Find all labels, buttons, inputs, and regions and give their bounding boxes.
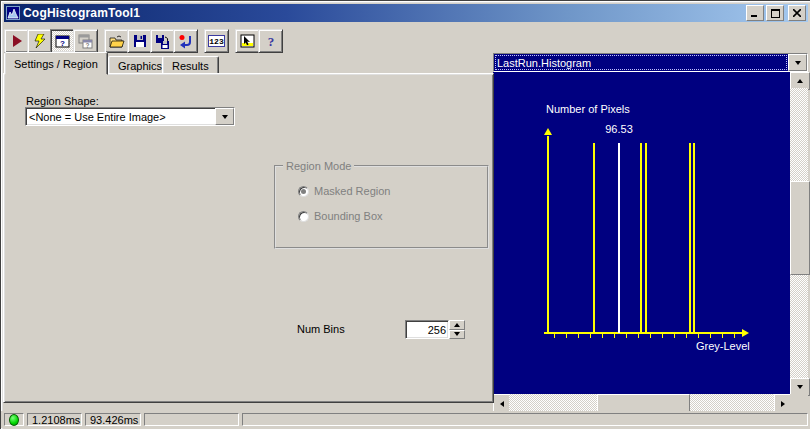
- x-axis-tick: [710, 334, 711, 338]
- scrollbar-corner: [790, 394, 808, 411]
- y-axis: [547, 136, 549, 334]
- tab-results[interactable]: Results: [162, 56, 219, 74]
- numeric-display-button[interactable]: 123: [204, 29, 229, 53]
- x-axis-tick: [662, 334, 663, 338]
- x-axis-tick: [686, 334, 687, 338]
- floating-tool-display-button[interactable]: ?: [73, 29, 98, 53]
- x-axis-tick: [650, 334, 651, 338]
- tab-settings-region[interactable]: Settings / Region: [4, 52, 108, 75]
- tab-label: Graphics: [118, 60, 162, 72]
- histogram-display: Number of Pixels Grey-Level 96.53: [493, 72, 808, 411]
- radio-button-icon: [298, 211, 309, 222]
- spin-up-button[interactable]: [449, 320, 465, 330]
- chevron-down-icon: [454, 332, 460, 336]
- result-selector-dropdown-button[interactable]: [788, 54, 807, 71]
- num-bins-spinner: [449, 320, 465, 339]
- close-button[interactable]: [788, 5, 806, 21]
- x-axis-tick: [722, 334, 723, 338]
- reset-button[interactable]: [173, 29, 198, 53]
- x-axis-tick: [554, 334, 555, 338]
- minimize-button[interactable]: [746, 5, 764, 21]
- help-button[interactable]: ?: [258, 29, 283, 53]
- x-axis-tick: [674, 334, 675, 338]
- minimize-icon: [751, 9, 759, 17]
- status-bar: 1.2108ms 93.426ms: [1, 411, 810, 428]
- save-as-button[interactable]: [150, 29, 175, 53]
- horizontal-scrollbar[interactable]: [493, 394, 790, 411]
- x-axis-tick: [614, 334, 615, 338]
- open-button[interactable]: [104, 29, 129, 53]
- region-mode-groupbox: Region Mode Masked Region Bounding Box: [274, 165, 489, 249]
- x-axis-tick: [602, 334, 603, 338]
- status-time-cell: 1.2108ms: [27, 413, 82, 426]
- question-mark-icon: ?: [265, 34, 277, 48]
- histogram-plot: Number of Pixels Grey-Level 96.53: [493, 72, 790, 394]
- region-shape-dropdown-button[interactable]: [215, 108, 234, 125]
- x-axis-tick: [734, 334, 735, 338]
- num-bins-value: 256: [428, 324, 446, 336]
- settings-region-tab-page: Region Shape: <None = Use Entire Image> …: [3, 73, 494, 403]
- floating-window-question-icon: ?: [78, 34, 93, 49]
- svg-text:?: ?: [86, 41, 90, 48]
- histogram-bar: [640, 143, 642, 333]
- x-axis-arrow-icon: [742, 329, 749, 337]
- histogram-annotation: 96.53: [604, 123, 634, 135]
- histogram-bar: [689, 143, 691, 333]
- chevron-left-icon: [500, 401, 504, 407]
- vertical-scrollbar[interactable]: [790, 72, 808, 394]
- open-folder-icon: [109, 35, 125, 48]
- histogram-bar: [693, 143, 695, 333]
- chevron-down-icon: [222, 115, 228, 119]
- status-time: 1.2108ms: [32, 414, 80, 426]
- reset-arrow-icon: [178, 34, 193, 49]
- x-axis: [544, 332, 742, 334]
- svg-text:123: 123: [209, 37, 224, 46]
- tab-label: Results: [172, 60, 209, 72]
- radio-bounding-box: Bounding Box: [298, 210, 383, 222]
- radio-masked-region: Masked Region: [298, 185, 390, 197]
- floppy-disk-icon: [133, 34, 147, 48]
- coghistogramtool-window: CogHistogramTool1 ?: [0, 0, 810, 429]
- region-shape-combobox[interactable]: <None = Use Entire Image>: [25, 107, 235, 126]
- radio-button-icon: [298, 186, 309, 197]
- x-axis-tick: [590, 334, 591, 338]
- lightning-icon: [33, 34, 47, 49]
- y-axis-title: Number of Pixels: [546, 103, 630, 115]
- title-bar[interactable]: CogHistogramTool1: [4, 4, 808, 22]
- x-axis-tick: [566, 334, 567, 338]
- result-selector-combobox[interactable]: LastRun.Histogram: [493, 53, 808, 72]
- radio-label: Masked Region: [314, 185, 390, 197]
- num-bins-label: Num Bins: [297, 323, 345, 335]
- window-title: CogHistogramTool1: [23, 6, 140, 20]
- num-bins-input[interactable]: 256: [405, 320, 449, 339]
- radio-label: Bounding Box: [314, 210, 383, 222]
- save-button[interactable]: [127, 29, 152, 53]
- histogram-bar-highlight: [618, 143, 620, 333]
- numeric-123-icon: 123: [208, 35, 225, 47]
- x-axis-title: Grey-Level: [696, 340, 750, 352]
- electric-run-button[interactable]: [27, 29, 52, 53]
- result-selector-value: LastRun.Histogram: [494, 54, 788, 71]
- chevron-down-icon: [797, 385, 803, 389]
- run-icon: [10, 34, 24, 48]
- histogram-icon: [6, 6, 20, 20]
- window-question-icon: ?: [55, 35, 70, 48]
- spin-down-button[interactable]: [449, 330, 465, 340]
- status-led-cell: [4, 413, 24, 426]
- x-axis-tick: [698, 334, 699, 338]
- chevron-up-icon: [797, 79, 803, 83]
- run-button[interactable]: [4, 29, 29, 53]
- svg-text:?: ?: [60, 39, 65, 48]
- vertical-scroll-thumb[interactable]: [790, 181, 810, 275]
- status-empty-cell: [144, 413, 239, 426]
- histogram-bar: [645, 143, 647, 333]
- status-empty-cell: [242, 413, 808, 426]
- chevron-up-icon: [454, 323, 460, 327]
- maximize-button[interactable]: [766, 5, 784, 21]
- tool-window-button[interactable]: [235, 29, 260, 53]
- tool-display-button[interactable]: ?: [50, 29, 75, 53]
- svg-text:?: ?: [267, 34, 274, 48]
- tab-label: Settings / Region: [14, 58, 98, 70]
- region-shape-value: <None = Use Entire Image>: [26, 108, 215, 125]
- chevron-down-icon: [795, 61, 801, 65]
